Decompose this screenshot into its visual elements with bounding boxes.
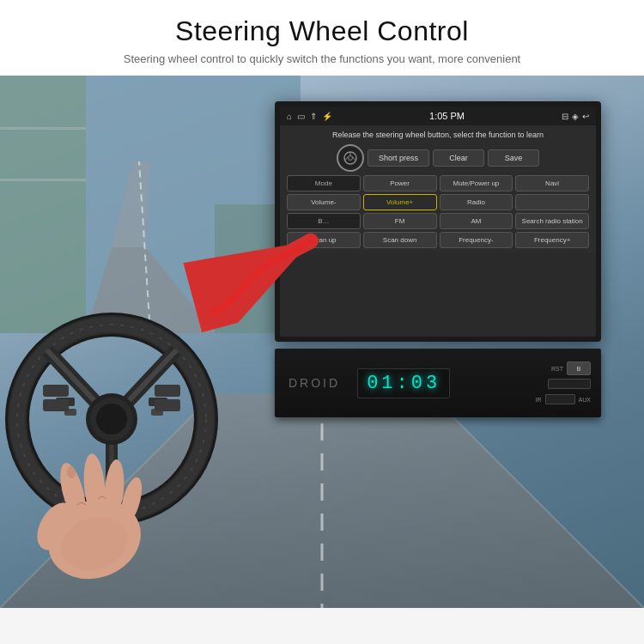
- screen-content: Release the steering wheel button, selec…: [280, 125, 596, 253]
- scan-down-button[interactable]: Scan down: [363, 232, 437, 248]
- status-icons-left: ⌂ ▭ ⇑ ⚡: [287, 112, 332, 121]
- svg-rect-6: [0, 127, 86, 130]
- freq-plus-button[interactable]: Frequency+: [515, 232, 589, 248]
- svg-rect-7: [0, 179, 86, 181]
- svg-point-30: [96, 404, 127, 434]
- am-button[interactable]: AM: [440, 213, 513, 229]
- status-icons-right: ⊟ ◈ ↩: [562, 112, 589, 121]
- power-button[interactable]: Power: [363, 175, 437, 191]
- mute-power-button[interactable]: Mute/Power up: [440, 175, 513, 191]
- page-subtitle: Steering wheel control to quickly switch…: [34, 52, 610, 65]
- short-press-button[interactable]: Short press: [368, 149, 429, 167]
- svg-point-13: [348, 156, 352, 161]
- fm-button[interactable]: FM: [363, 213, 437, 229]
- volume-plus-button[interactable]: Volume+: [363, 194, 437, 210]
- ir-slot: [545, 394, 575, 404]
- digital-clock: 01:03: [357, 368, 450, 398]
- screen-icon: ▭: [297, 112, 305, 121]
- back-icon: ↩: [582, 112, 589, 121]
- save-button[interactable]: Save: [488, 149, 539, 167]
- steering-wheel-icon: [337, 144, 364, 172]
- rst-label: RST: [551, 366, 563, 372]
- navi-button[interactable]: Navi: [515, 175, 589, 191]
- brand-text: DROID: [289, 376, 340, 390]
- instruction-text: Release the steering wheel button, selec…: [287, 131, 589, 139]
- location-icon: ◈: [572, 112, 579, 121]
- volume-minus-button[interactable]: Volume-: [287, 194, 361, 210]
- svg-rect-35: [43, 385, 69, 397]
- radio-button[interactable]: Radio: [440, 194, 513, 210]
- clear-button[interactable]: Clear: [433, 149, 484, 167]
- svg-rect-38: [155, 399, 180, 411]
- svg-rect-36: [43, 399, 69, 411]
- rst-button[interactable]: B: [567, 361, 591, 375]
- hardware-unit: DROID 01:03 RST B IR AUX: [275, 349, 601, 417]
- empty-button: [515, 194, 589, 210]
- cast-icon: ⊟: [562, 112, 568, 121]
- card-slot: [548, 379, 591, 389]
- status-time: 1:05 PM: [429, 111, 465, 121]
- hardware-controls: RST B IR AUX: [536, 361, 591, 404]
- ir-label: IR: [536, 397, 542, 403]
- image-section: ⌂ ▭ ⇑ ⚡ 1:05 PM ⊟ ◈ ↩ Release the steeri…: [0, 76, 644, 608]
- hand-svg: [9, 445, 180, 582]
- status-bar: ⌂ ▭ ⇑ ⚡ 1:05 PM ⊟ ◈ ↩: [280, 106, 596, 125]
- home-icon: ⌂: [287, 112, 292, 121]
- function-button-grid: Mode Power Mute/Power up Navi Volume- Vo…: [287, 175, 589, 248]
- screen-bezel: ⌂ ▭ ⇑ ⚡ 1:05 PM ⊟ ◈ ↩ Release the steeri…: [275, 101, 601, 342]
- freq-minus-button[interactable]: Frequency-: [440, 232, 513, 248]
- mode-button[interactable]: Mode: [287, 175, 361, 191]
- page-title: Steering Wheel Control: [34, 15, 610, 47]
- aux-label: AUX: [579, 397, 591, 403]
- top-buttons-row: Short press Clear Save: [287, 144, 589, 172]
- search-radio-button[interactable]: Search radio station: [515, 213, 589, 229]
- arrows-icon: ⇑: [310, 112, 317, 121]
- svg-rect-37: [155, 385, 180, 397]
- header-section: Steering Wheel Control Steering wheel co…: [0, 0, 644, 76]
- usb-icon: ⚡: [322, 112, 332, 121]
